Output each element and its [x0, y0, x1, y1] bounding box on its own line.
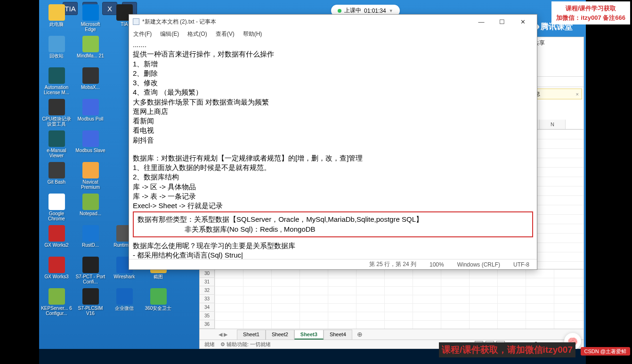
desktop-icon-mindma[interactable]: MindMa... 21 [74, 35, 107, 65]
text-line: Execl-> Sheet -> 行就是记录 [133, 201, 533, 210]
notepad-menubar: 文件(F) 编辑(E) 格式(O) 查看(V) 帮助(H) [129, 29, 537, 39]
text-line: 看电视 [133, 126, 533, 135]
row-header[interactable]: 30 [200, 269, 215, 278]
menu-edit[interactable]: 编辑(E) [159, 30, 180, 39]
menu-file[interactable]: 文件(F) [132, 30, 153, 39]
status-zoom: 100% [429, 261, 444, 268]
text-line: 2、删除 [133, 69, 533, 78]
sheet-tab-sheet1[interactable]: Sheet1 [237, 330, 266, 340]
text-line: 4、查询 （最为频繁） [133, 88, 533, 97]
desktop-icon-360[interactable]: 360安全卫士 [142, 288, 175, 317]
text-line: 非关系数据库(No Sql)：Redis , MongoDB [138, 225, 528, 234]
notepad-text-area[interactable]: ....... 提供一种语言来进行操作，对数据有什么操作 1、新增 2、删除 3… [129, 39, 537, 259]
status-ready: 就绪 [204, 341, 215, 348]
text-line: 数据有那些类型：关系型数据【SQLServer，Oracle，MySql,Mar… [138, 215, 528, 224]
text-cursor [241, 251, 243, 259]
menu-view[interactable]: 查看(V) [214, 30, 236, 39]
row-header[interactable]: 31 [200, 278, 215, 286]
watermark-top-right: 课程/课件学习获取 加微信：itzy007 备注666 [551, 1, 630, 24]
notepad-app-icon [133, 18, 139, 25]
status-a11y: ⚙ 辅助功能: 一切就绪 [220, 341, 271, 348]
text-line: - 都采用结构化查询语言(Sql) Struc [133, 251, 533, 259]
close-button[interactable]: ✕ [512, 15, 533, 28]
text-line: 大多数据操作场景下面 对数据查询最为频繁 [133, 97, 533, 107]
window-title: *新建文本文档 (2).txt - 记事本 [142, 18, 216, 26]
menu-format[interactable]: 格式(O) [186, 30, 208, 39]
window-controls: — ☐ ✕ [471, 15, 533, 28]
text-line: 库 -> 表 -> 一条记录 [133, 192, 533, 201]
desktop-icon-pc[interactable]: 此电脑 [40, 4, 73, 33]
text-line: 提供一种语言来进行操作，对数据有什么操作 [133, 49, 533, 59]
desktop-icon-gitbash[interactable]: Git Bash [40, 162, 73, 191]
desktop-icon-s7pct[interactable]: S7-PCT - Port Confi... [74, 256, 107, 286]
desktop-icon-modbus[interactable]: Modbus Poll [74, 98, 107, 128]
menu-help[interactable]: 帮助(H) [242, 30, 264, 39]
recording-time: 01:01:34 [364, 8, 386, 14]
text-line: ....... [133, 40, 533, 49]
text-line: 逛网上商店 [133, 107, 533, 116]
notepad-titlebar[interactable]: *新建文本文档 (2).txt - 记事本 — ☐ ✕ [129, 15, 537, 29]
chevron-down-icon: ▼ [389, 8, 393, 13]
text-line: 1、新增 [133, 59, 533, 69]
desktop-icon-modbuss[interactable]: Modbus Slave [74, 130, 107, 160]
sheet-add-button[interactable]: ⊕ [352, 329, 367, 340]
excel-window-bottom-slice: 30313233343536 ◀ ▶ Sheet1Sheet2Sheet3She… [199, 269, 584, 349]
desktop-icon-auto[interactable]: Automation License M... [40, 67, 73, 97]
desktop-icon-recycle[interactable]: 回收站 [40, 35, 73, 65]
desktop-icon-edge[interactable]: Microsoft Edge [74, 4, 107, 33]
desktop-icon-emanual[interactable]: e-Manual Viewer [40, 130, 73, 160]
csdn-badge: CSDN @土著爱鲜 [581, 347, 630, 356]
status-cursor-pos: 第 25 行，第 24 列 [369, 260, 416, 268]
desktop-icon-wecom[interactable]: 企业微信 [108, 288, 141, 317]
excel-row-headers: 30313233343536 [200, 269, 215, 329]
row-header[interactable]: 34 [200, 303, 215, 312]
watermark-bottom: 课程/课件获取，请加微信itzy007 [439, 342, 575, 357]
minimize-button[interactable]: — [471, 15, 492, 28]
desktop-icon-navicat[interactable]: Navicat Premium [74, 162, 107, 191]
text-line: 数据库：对数据进行有规划【一定规律或者规范】的[增，删，改，查]管理 [133, 154, 533, 163]
excel-sheet-tabs: ◀ ▶ Sheet1Sheet2Sheet3Sheet4 ⊕ [200, 329, 583, 340]
text-line: 库 -> 区 -> 具体物品 [133, 182, 533, 192]
sheet-tab-sheet3[interactable]: Sheet3 [294, 330, 324, 340]
sheet-tab-sheet2[interactable]: Sheet2 [266, 330, 294, 340]
text-line: 2、数据库结构 [133, 172, 533, 182]
status-line-ending: Windows (CRLF) [457, 261, 500, 268]
desktop-icon-gxw2[interactable]: GX Works2 [40, 225, 73, 254]
recording-dot-icon [338, 9, 341, 13]
desktop-icon-chrome[interactable]: Google Chrome [40, 193, 73, 223]
row-header[interactable]: 33 [200, 295, 215, 303]
notepad-statusbar: 第 25 行，第 24 列 100% Windows (CRLF) UTF-8 [129, 259, 537, 269]
row-header[interactable]: 36 [200, 320, 215, 329]
text-line: 看新闻 [133, 116, 533, 126]
recording-status: 上课中 [344, 7, 361, 15]
desktop-icon-cpu[interactable]: CPU模块记录设置工具 [40, 98, 73, 128]
sheet-nav[interactable]: ◀ ▶ [219, 332, 227, 338]
close-icon[interactable]: × [576, 91, 579, 97]
text-line: 刷抖音 [133, 136, 533, 145]
status-encoding: UTF-8 [513, 261, 529, 268]
desktop-icon-gxw3[interactable]: GX Works3 [40, 256, 73, 286]
desktop-wallpaper: TIA Q X K 此电脑Microsoft EdgeTIA回收站MindMa.… [39, 0, 586, 364]
excel-grid[interactable] [215, 269, 583, 329]
highlighted-text-box: 数据有那些类型：关系型数据【SQLServer，Oracle，MySql,Mar… [133, 211, 533, 237]
row-header[interactable]: 32 [200, 286, 215, 295]
maximize-button[interactable]: ☐ [492, 15, 512, 28]
col-header-n[interactable]: N [540, 120, 566, 129]
row-header[interactable]: 35 [200, 312, 215, 320]
text-line: 数据库怎么使用呢？现在学习的主要是关系型数据库 [133, 241, 533, 251]
notepad-window: *新建文本文档 (2).txt - 记事本 — ☐ ✕ 文件(F) 编辑(E) … [129, 14, 537, 270]
text-line: 1、往里面放入数据的时候是不是就有规范。 [133, 163, 533, 172]
desktop-icon-s7plc[interactable]: S7-PLCSIM V16 [74, 288, 107, 317]
sheet-tab-sheet4[interactable]: Sheet4 [324, 330, 352, 340]
desktop-icon-kep[interactable]: KEPServer... 6 Configur... [40, 288, 73, 317]
text-line: 3、修改 [133, 78, 533, 88]
desktop-icon-notepad[interactable]: Notepad... [74, 193, 107, 223]
desktop-icon-mobax[interactable]: MobaX... [74, 67, 107, 97]
desktop-icon-rustd[interactable]: RustD... [74, 225, 107, 254]
